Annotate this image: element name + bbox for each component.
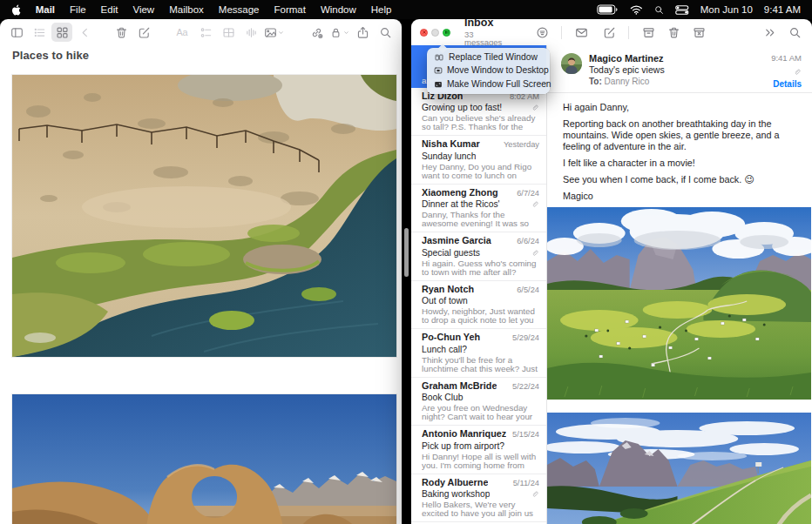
- mail-window: Inbox 33 messages: [411, 19, 812, 524]
- mail-list-item[interactable]: Graham McBride 5/22/24 Book Club Are you…: [411, 378, 546, 427]
- window-menu-item[interactable]: Replace Tiled Window: [430, 50, 547, 64]
- mail-list-item[interactable]: Jasmine Garcia 6/6/24 Special guests Hi …: [411, 232, 546, 281]
- mail-list-item[interactable]: Antonio Manriquez 5/15/24 Pick up from a…: [411, 426, 546, 474]
- mail-list-item[interactable]: Liz Dizon 8:02 AM Growing up too fast! C…: [411, 88, 546, 137]
- trash-icon[interactable]: [663, 23, 684, 42]
- message-paragraph: Magico: [563, 191, 796, 202]
- chevron-down-icon: [278, 30, 284, 36]
- window-menu-item[interactable]: Move Window to Desktop: [430, 64, 547, 78]
- mail-list-item[interactable]: Nisha Kumar Yesterday Sunday lunch Hey D…: [411, 136, 546, 185]
- compose-icon[interactable]: [599, 23, 619, 42]
- junk-icon[interactable]: [688, 23, 709, 42]
- sidebar-icon[interactable]: [6, 23, 27, 42]
- notes-window: Aa Places to hike: [0, 19, 402, 524]
- minimize-button[interactable]: [431, 29, 439, 37]
- list-item-top-row: Jasmine Garcia 6/6/24: [422, 236, 539, 247]
- message-date: 5/15/24: [512, 430, 539, 440]
- message-pane: Magico Martinez Today's epic views To: D…: [547, 45, 812, 524]
- close-button[interactable]: [420, 29, 428, 37]
- menu-item[interactable]: File: [70, 4, 86, 15]
- filter-icon[interactable]: [531, 23, 552, 42]
- arch-photo: [12, 394, 396, 524]
- audio-icon: [240, 23, 261, 42]
- menu-bar-clock[interactable]: 9:41 AM: [764, 4, 801, 15]
- search-icon[interactable]: [784, 23, 805, 42]
- mail-toolbar: Inbox 33 messages: [411, 19, 812, 45]
- message-preview: Danny, Thanks for the awesome evening! I…: [422, 211, 539, 228]
- tile-divider-handle[interactable]: [404, 228, 409, 277]
- list-item-top-row: Antonio Manriquez 5/15/24: [422, 429, 539, 440]
- checklist-icon: [195, 23, 216, 42]
- ridge-photo-attachment[interactable]: [547, 413, 812, 524]
- message-subject-line: Today's epic views: [589, 64, 665, 76]
- media-icon[interactable]: [263, 23, 285, 42]
- list-item-subject-row: Sunday lunch: [422, 151, 539, 161]
- spotlight-icon[interactable]: [654, 5, 664, 15]
- trash-icon[interactable]: [111, 23, 132, 42]
- menu-item[interactable]: View: [132, 4, 154, 15]
- message-preview: Can you believe she's already so tall? P…: [422, 114, 539, 131]
- svg-text:Aa: Aa: [176, 27, 187, 37]
- menu-bar-menus: MailFileEditViewMailboxMessageFormatWind…: [11, 4, 391, 16]
- note-canvas: Places to hike: [0, 49, 402, 524]
- paperclip-icon: [531, 200, 539, 208]
- sender-avatar[interactable]: [561, 53, 582, 74]
- menu-item[interactable]: Edit: [101, 4, 118, 15]
- full-screen-icon: [434, 80, 443, 89]
- mail-list-item[interactable]: Xiaomeng Zhong 6/7/24 Dinner at the Rico…: [411, 185, 546, 233]
- replace-tiled-icon: [434, 53, 444, 62]
- message-header-text: Magico Martinez Today's epic views To: D…: [589, 53, 665, 92]
- table-icon: [218, 23, 239, 42]
- menu-item[interactable]: Format: [274, 4, 305, 15]
- menu-item[interactable]: Mail: [36, 4, 55, 15]
- details-link[interactable]: Details: [773, 78, 802, 90]
- overflow-icon[interactable]: [759, 23, 780, 42]
- zoom-button[interactable]: [443, 29, 450, 37]
- paperclip-icon: [794, 65, 802, 77]
- list-item-top-row: Xiaomeng Zhong 6/7/24: [422, 188, 539, 199]
- archive-icon[interactable]: [638, 23, 659, 42]
- window-menu-item[interactable]: Make Window Full Screen: [430, 77, 547, 91]
- valley-photo-attachment[interactable]: [547, 207, 812, 400]
- menu-bar-status: Mon Jun 10 9:41 AM: [597, 4, 801, 15]
- menu-item[interactable]: Message: [219, 4, 260, 15]
- window-tiling-menu: Replace Tiled Window Move Window to Desk…: [427, 48, 550, 94]
- list-item-subject-row: Dinner at the Ricos': [422, 199, 539, 209]
- control-center-icon[interactable]: [675, 5, 689, 15]
- message-time: 9:41 AM: [771, 52, 802, 64]
- mail-list-item[interactable]: Po-Chun Yeh 5/29/24 Lunch call? Think yo…: [411, 329, 546, 378]
- compose-icon[interactable]: [133, 23, 154, 42]
- mail-list-item[interactable]: Rody Albuerne 5/11/24 Baking workshop He…: [411, 474, 546, 523]
- menu-item[interactable]: Help: [371, 4, 392, 15]
- list-view-icon: [29, 23, 50, 42]
- message-subject: Dinner at the Ricos': [422, 199, 500, 209]
- list-item-subject-row: Lunch call?: [422, 345, 539, 354]
- chevron-left-icon: [74, 23, 95, 42]
- gallery-view-icon[interactable]: [51, 23, 72, 42]
- mail-main: another breathtaking day in the m... Liz…: [411, 45, 812, 524]
- message-preview: Think you'll be free for a lunchtime cha…: [422, 356, 539, 373]
- sender-name: Antonio Manriquez: [422, 429, 506, 440]
- notes-toolbar: Aa: [0, 19, 402, 45]
- share-icon[interactable]: [352, 23, 373, 42]
- text-format-icon: Aa: [173, 23, 193, 42]
- note-title: Places to hike: [12, 49, 402, 62]
- wifi-icon[interactable]: [630, 5, 643, 15]
- collaborate-icon[interactable]: [306, 23, 327, 42]
- desktop: MailFileEditViewMailboxMessageFormatWind…: [0, 0, 812, 524]
- list-item-top-row: Rody Albuerne 5/11/24: [422, 478, 539, 489]
- message-header: Magico Martinez Today's epic views To: D…: [547, 45, 812, 93]
- battery-icon[interactable]: [597, 4, 619, 15]
- apple-icon[interactable]: [11, 4, 21, 16]
- menu-item[interactable]: Mailbox: [169, 4, 204, 15]
- menu-item[interactable]: Window: [321, 4, 356, 15]
- message-subject: Sunday lunch: [422, 151, 476, 161]
- sender-name: Nisha Kumar: [422, 139, 480, 150]
- search-icon[interactable]: [375, 23, 396, 42]
- lock-icon[interactable]: [328, 23, 350, 42]
- menu-bar-date[interactable]: Mon Jun 10: [700, 4, 753, 15]
- message-paragraph: See you when I come back, if I come back…: [563, 174, 796, 185]
- envelope-icon[interactable]: [571, 23, 592, 42]
- mail-list-item[interactable]: Ryan Notch 6/5/24 Out of town Howdy, nei…: [411, 281, 546, 330]
- sender-name: Xiaomeng Zhong: [422, 188, 498, 198]
